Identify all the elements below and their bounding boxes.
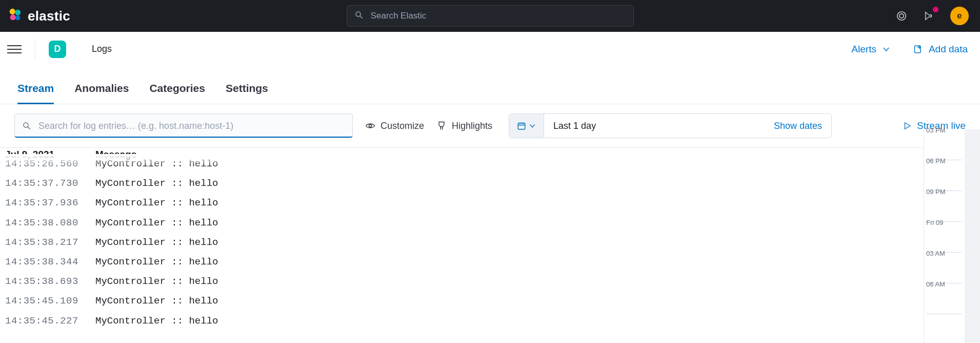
log-timestamp: 14:35:38.217: [5, 234, 95, 251]
svg-point-3: [15, 15, 20, 20]
minimap-tick: Fri 09: [926, 222, 962, 253]
minimap-tick: 09 PM: [926, 191, 962, 222]
tab-anomalies[interactable]: Anomalies: [74, 82, 129, 104]
log-timestamp: 14:35:38.344: [5, 253, 95, 271]
minimap-tick: 06 AM: [926, 283, 962, 314]
log-row[interactable]: 14:35:26.560MyController :: hello: [0, 154, 980, 174]
date-range-label[interactable]: Last 1 day: [553, 121, 596, 131]
date-picker: Last 1 day Show dates: [509, 113, 832, 138]
log-message: MyController :: hello: [95, 234, 218, 251]
date-quick-button[interactable]: [509, 114, 544, 138]
search-icon: [22, 121, 31, 130]
log-timestamp: 14:35:38.693: [5, 273, 95, 290]
svg-point-2: [10, 14, 16, 20]
log-timestamp: 14:35:45.227: [5, 312, 95, 330]
log-row[interactable]: 14:35:45.109MyController :: hello: [0, 291, 980, 311]
log-row[interactable]: 14:35:37.730MyController :: hello: [0, 174, 980, 193]
svg-point-7: [899, 14, 904, 18]
log-message: MyController :: hello: [95, 292, 218, 310]
highlighter-icon: [436, 121, 447, 131]
log-message: MyController :: hello: [95, 155, 218, 173]
log-row[interactable]: 14:35:38.344MyController :: hello: [0, 252, 980, 272]
minimap-tick: 06 PM: [926, 160, 962, 191]
log-row[interactable]: 14:35:45.227MyController :: hello: [0, 311, 980, 331]
highlights-button[interactable]: Highlights: [436, 121, 492, 131]
svg-point-13: [369, 125, 372, 127]
breadcrumb-page[interactable]: Logs: [92, 44, 112, 54]
log-minimap[interactable]: 03 PM06 PM09 PMFri 0903 AM06 AM: [924, 129, 980, 343]
svg-point-6: [897, 12, 906, 21]
log-row[interactable]: 14:35:37.936MyController :: hello: [0, 193, 980, 213]
user-avatar[interactable]: e: [950, 7, 969, 25]
brand[interactable]: elastic: [7, 7, 70, 25]
show-dates-link[interactable]: Show dates: [774, 121, 822, 131]
app-header: D Logs Alerts Add data: [0, 32, 980, 67]
log-message: MyController :: hello: [95, 214, 218, 232]
log-message: MyController :: hello: [95, 175, 218, 192]
svg-line-5: [360, 16, 363, 18]
tab-categories[interactable]: Categories: [149, 82, 205, 104]
log-message: MyController :: hello: [95, 253, 218, 271]
global-header: elastic e: [0, 0, 980, 32]
global-search-input[interactable]: [370, 10, 626, 22]
newsfeed-icon[interactable]: [923, 9, 936, 23]
highlights-label: Highlights: [452, 121, 492, 131]
add-data-label: Add data: [929, 44, 968, 55]
scrollbar[interactable]: [965, 129, 980, 343]
alerts-menu[interactable]: Alerts: [851, 44, 891, 55]
alerts-label: Alerts: [851, 44, 876, 55]
log-search[interactable]: [14, 113, 353, 138]
space-selector[interactable]: D: [49, 41, 66, 58]
log-message: MyController :: hello: [95, 194, 218, 212]
log-timestamp: 14:35:37.730: [5, 175, 95, 192]
svg-rect-16: [518, 123, 525, 129]
log-search-input[interactable]: [37, 120, 345, 132]
tabs: StreamAnomaliesCategoriesSettings: [0, 67, 980, 104]
log-stream: Jul 9, 2021 Message 14:35:26.560MyContro…: [0, 148, 980, 343]
minimap-tick: 03 PM: [926, 129, 962, 160]
elastic-logo-icon: [7, 7, 23, 25]
log-rows[interactable]: 14:35:26.560MyController :: hello14:35:3…: [0, 154, 980, 331]
svg-point-0: [10, 9, 15, 14]
chevron-down-icon: [882, 45, 891, 54]
svg-line-12: [28, 127, 30, 129]
customize-button[interactable]: Customize: [365, 121, 424, 131]
chevron-down-icon: [528, 122, 536, 130]
customize-label: Customize: [381, 121, 424, 131]
divider: [35, 39, 35, 60]
svg-point-4: [356, 12, 361, 16]
search-icon: [354, 10, 364, 22]
play-icon: [903, 121, 912, 130]
eye-icon: [365, 121, 375, 131]
add-data-icon: [913, 44, 924, 54]
log-timestamp: 14:35:37.936: [5, 194, 95, 212]
svg-marker-20: [905, 123, 910, 129]
brand-wordmark: elastic: [28, 8, 70, 24]
log-row[interactable]: 14:35:38.217MyController :: hello: [0, 233, 980, 252]
tab-stream[interactable]: Stream: [17, 82, 54, 104]
minimap-tick: 03 AM: [926, 253, 962, 283]
svg-point-1: [15, 10, 21, 15]
calendar-icon: [517, 121, 526, 130]
log-timestamp: 14:35:45.109: [5, 292, 95, 310]
global-search[interactable]: [347, 5, 634, 27]
log-message: MyController :: hello: [95, 273, 218, 290]
log-timestamp: 14:35:38.080: [5, 214, 95, 232]
svg-point-11: [24, 123, 28, 127]
tab-settings[interactable]: Settings: [226, 82, 268, 104]
controls-bar: Customize Highlights Last 1 day Show dat…: [0, 104, 980, 148]
help-icon[interactable]: [895, 9, 908, 23]
log-row[interactable]: 14:35:38.693MyController :: hello: [0, 272, 980, 291]
log-timestamp: 14:35:26.560: [5, 155, 95, 173]
log-message: MyController :: hello: [95, 312, 218, 330]
add-data-link[interactable]: Add data: [913, 44, 968, 55]
nav-toggle-icon[interactable]: [7, 42, 22, 56]
log-row[interactable]: 14:35:38.080MyController :: hello: [0, 213, 980, 233]
